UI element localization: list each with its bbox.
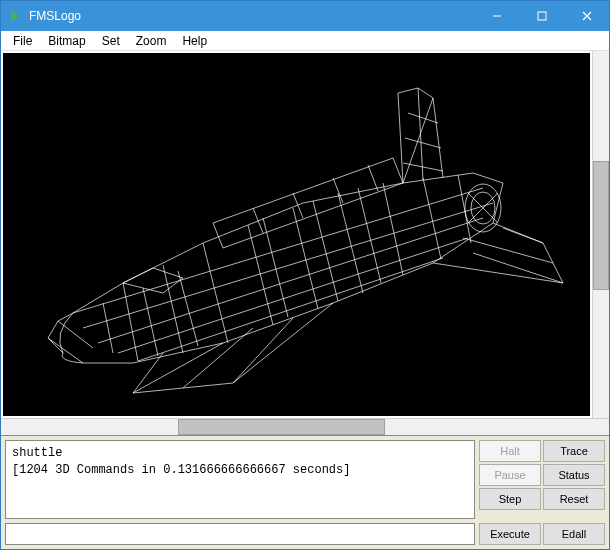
window-controls [474,1,609,31]
commander-panel: shuttle [1204 3D Commands in 0.131666666… [1,435,609,549]
canvas-area [1,51,609,418]
vertical-scrollbar-thumb[interactable] [593,161,609,289]
titlebar[interactable]: FMSLogo [1,1,609,31]
svg-marker-0 [11,11,20,21]
exec-button-row: Execute Edall [479,523,605,545]
edall-button[interactable]: Edall [543,523,605,545]
command-input[interactable] [5,523,475,545]
application-window: FMSLogo File Bitmap Set Zoom Help [0,0,610,550]
trace-button[interactable]: Trace [543,440,605,462]
svg-rect-2 [538,12,546,20]
button-grid: Halt Trace Pause Status Step Reset [479,440,605,519]
menu-zoom[interactable]: Zoom [128,32,175,50]
horizontal-scrollbar-thumb[interactable] [178,419,385,435]
step-button[interactable]: Step [479,488,541,510]
drawing-canvas[interactable] [3,53,590,416]
status-button[interactable]: Status [543,464,605,486]
menu-help[interactable]: Help [174,32,215,50]
output-line: [1204 3D Commands in 0.131666666666667 s… [12,463,350,477]
horizontal-scrollbar[interactable] [1,418,609,435]
menu-file[interactable]: File [5,32,40,50]
window-title: FMSLogo [29,9,474,23]
pause-button[interactable]: Pause [479,464,541,486]
menu-set[interactable]: Set [94,32,128,50]
horizontal-scrollbar-track[interactable] [1,419,592,435]
maximize-button[interactable] [519,1,564,31]
reset-button[interactable]: Reset [543,488,605,510]
vertical-scrollbar[interactable] [592,51,609,418]
halt-button[interactable]: Halt [479,440,541,462]
menubar: File Bitmap Set Zoom Help [1,31,609,51]
output-line: shuttle [12,446,62,460]
scrollbar-corner [592,419,609,435]
minimize-button[interactable] [474,1,519,31]
execute-button[interactable]: Execute [479,523,541,545]
output-history[interactable]: shuttle [1204 3D Commands in 0.131666666… [5,440,475,519]
close-button[interactable] [564,1,609,31]
play-icon [7,8,23,24]
menu-bitmap[interactable]: Bitmap [40,32,93,50]
